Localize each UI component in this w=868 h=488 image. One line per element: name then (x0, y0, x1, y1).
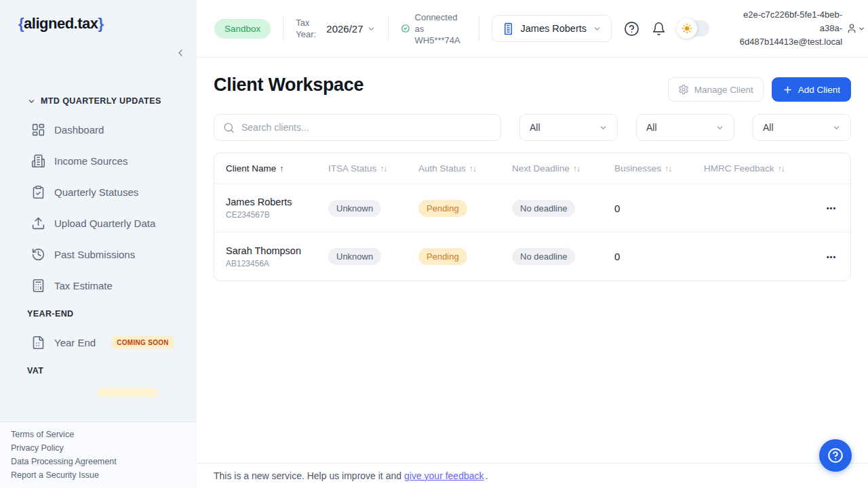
column-header-businesses[interactable]: Businesses ↑↓ (614, 163, 704, 174)
client-id: CE234567B (226, 210, 328, 220)
sidebar-collapse-button[interactable] (175, 47, 186, 58)
account-email: e2e-c7c226bf-5fe1-4beb-a38a-6d487b14413e… (722, 8, 842, 49)
divider (283, 16, 283, 41)
give-feedback-link[interactable]: give your feedback (404, 470, 484, 481)
service-feedback-banner: This is a new service. Help us improve i… (197, 463, 868, 488)
building-icon (31, 154, 45, 168)
column-label: Client Name (226, 163, 276, 174)
divider (388, 16, 389, 41)
sort-icon: ↑↓ (778, 164, 785, 174)
add-client-label: Add Client (798, 85, 840, 95)
filter-dropdown-deadline[interactable]: All (753, 114, 851, 141)
clipboard-check-icon (31, 185, 45, 199)
sidebar-item-year-end[interactable]: Year End COMING SOON (0, 327, 197, 358)
link-terms-of-service[interactable]: Terms of Service (11, 428, 186, 441)
search-input[interactable] (241, 122, 492, 133)
column-header-hmrc-feedback[interactable]: HMRC Feedback ↑↓ (704, 163, 812, 174)
filter-value: All (646, 122, 657, 133)
businesses-count: 0 (614, 251, 704, 262)
row-actions-menu-button[interactable]: ••• (812, 204, 850, 212)
sidebar-item-income-sources[interactable]: Income Sources (0, 145, 197, 176)
chevron-left-icon (175, 47, 186, 58)
sort-icon: ↑↓ (469, 164, 476, 174)
top-header: Sandbox Tax Year: 2026/27 Connected as W… (197, 0, 868, 58)
link-data-processing-agreement[interactable]: Data Processing Agreement (11, 455, 186, 468)
link-report-security-issue[interactable]: Report a Security Issue (11, 468, 186, 482)
sidebar-item-upload-quarterly-data[interactable]: Upload Quarterly Data (0, 207, 197, 239)
column-header-next-deadline[interactable]: Next Deadline ↑↓ (512, 163, 614, 174)
check-circle-icon (401, 24, 410, 33)
sidebar-item-partially-visible[interactable] (0, 386, 197, 397)
feedback-message: This is a new service. Help us improve i… (214, 470, 401, 481)
tax-year-selector[interactable]: Tax Year: 2026/27 (296, 17, 375, 40)
add-client-button[interactable]: Add Client (772, 77, 851, 102)
content: Client Workspace Manage Client Add Clien… (197, 58, 868, 281)
search-icon (223, 122, 235, 134)
sidebar-item-label: Past Submissions (54, 249, 135, 260)
sandbox-badge: Sandbox (214, 19, 271, 39)
next-deadline-badge: No deadline (512, 248, 575, 265)
table-row[interactable]: James Roberts CE234567B Unknown Pending … (214, 184, 850, 232)
chevron-down-icon (858, 25, 865, 33)
table-header-row: Client Name ↑ ITSA Status ↑↓ Auth Status… (214, 153, 850, 184)
sort-icon: ↑↓ (573, 164, 580, 174)
sidebar-nav: MTD QUARTERLY UPDATES Dashboard Income S… (0, 88, 197, 397)
app-logo: {aligned.tax} (0, 0, 197, 33)
sidebar-item-tax-estimate[interactable]: Tax Estimate (0, 270, 197, 301)
sidebar: {aligned.tax} MTD QUARTERLY UPDATES Dash… (0, 0, 197, 488)
feedback-suffix: . (486, 470, 488, 481)
chevron-down-icon (367, 24, 376, 33)
row-actions-menu-button[interactable]: ••• (812, 253, 850, 261)
partial-icon (31, 386, 45, 397)
sidebar-item-past-submissions[interactable]: Past Submissions (0, 239, 197, 270)
bell-icon (652, 22, 666, 36)
sidebar-item-label: Year End (54, 337, 96, 348)
help-chat-fab[interactable] (819, 439, 852, 472)
client-name: James Roberts (226, 197, 328, 207)
main-area: Sandbox Tax Year: 2026/27 Connected as W… (197, 0, 868, 488)
filter-dropdown-auth-status[interactable]: All (636, 114, 734, 141)
table-row[interactable]: Sarah Thompson AB123456A Unknown Pending… (214, 232, 850, 281)
section-year-end: YEAR-END (0, 301, 197, 327)
column-header-client-name[interactable]: Client Name ↑ (226, 163, 328, 174)
building-icon (502, 22, 515, 35)
question-circle-icon (624, 21, 639, 37)
client-name: Sarah Thompson (226, 245, 328, 256)
logo-brace-close: } (98, 15, 103, 32)
sidebar-item-label: Upload Quarterly Data (54, 218, 155, 229)
column-header-auth-status[interactable]: Auth Status ↑↓ (418, 163, 512, 174)
tax-year-label: Tax Year: (296, 17, 321, 40)
sort-icon: ↑↓ (665, 164, 671, 174)
section-label: MTD QUARTERLY UPDATES (41, 96, 161, 106)
account-menu[interactable]: e2e-c7c226bf-5fe1-4beb-a38a-6d487b14413e… (722, 8, 865, 49)
chevron-down-icon (832, 123, 841, 132)
gear-icon (678, 84, 689, 95)
filter-value: All (763, 122, 774, 133)
sun-icon (682, 23, 692, 34)
help-button[interactable] (624, 21, 639, 37)
user-icon (846, 23, 857, 34)
history-clock-icon (31, 247, 45, 262)
column-header-itsa-status[interactable]: ITSA Status ↑↓ (328, 163, 418, 174)
sidebar-item-label: Income Sources (54, 155, 127, 167)
section-vat: VAT (0, 358, 197, 384)
sidebar-item-quarterly-statuses[interactable]: Quarterly Statuses (0, 176, 197, 207)
sidebar-item-dashboard[interactable]: Dashboard (0, 114, 197, 145)
sidebar-item-label: Dashboard (54, 124, 104, 136)
filter-dropdown-itsa-status[interactable]: All (519, 114, 618, 141)
section-label: YEAR-END (27, 309, 73, 319)
theme-toggle[interactable] (678, 20, 709, 37)
manage-client-button[interactable]: Manage Client (668, 77, 764, 102)
notifications-button[interactable] (652, 22, 666, 36)
itsa-status-badge: Unknown (328, 248, 381, 265)
section-label: VAT (27, 366, 43, 375)
auth-status-badge: Pending (418, 200, 467, 217)
sort-icon: ↑↓ (380, 164, 387, 174)
section-mtd-quarterly-updates[interactable]: MTD QUARTERLY UPDATES (0, 88, 197, 114)
link-privacy-policy[interactable]: Privacy Policy (11, 441, 186, 455)
auth-status-badge: Pending (418, 248, 467, 265)
client-id: AB123456A (226, 259, 328, 268)
manage-client-label: Manage Client (694, 85, 753, 95)
coming-soon-badge: COMING SOON (111, 336, 174, 349)
client-selector-dropdown[interactable]: James Roberts (492, 15, 612, 42)
